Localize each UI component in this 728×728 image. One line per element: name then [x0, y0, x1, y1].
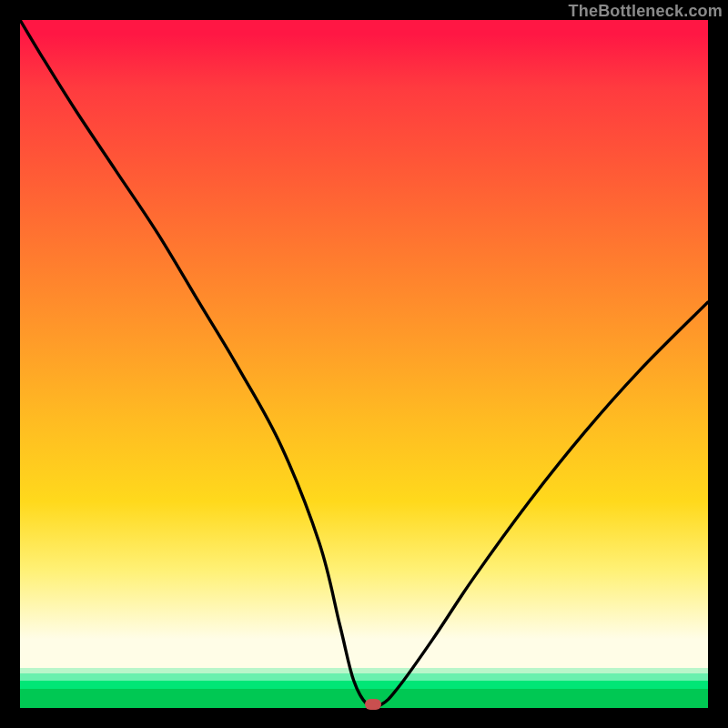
chart-stage: TheBottleneck.com [0, 0, 728, 728]
plot-area [20, 20, 708, 708]
bottleneck-curve [20, 20, 708, 708]
optimum-marker [365, 699, 381, 710]
watermark-text: TheBottleneck.com [569, 2, 723, 21]
